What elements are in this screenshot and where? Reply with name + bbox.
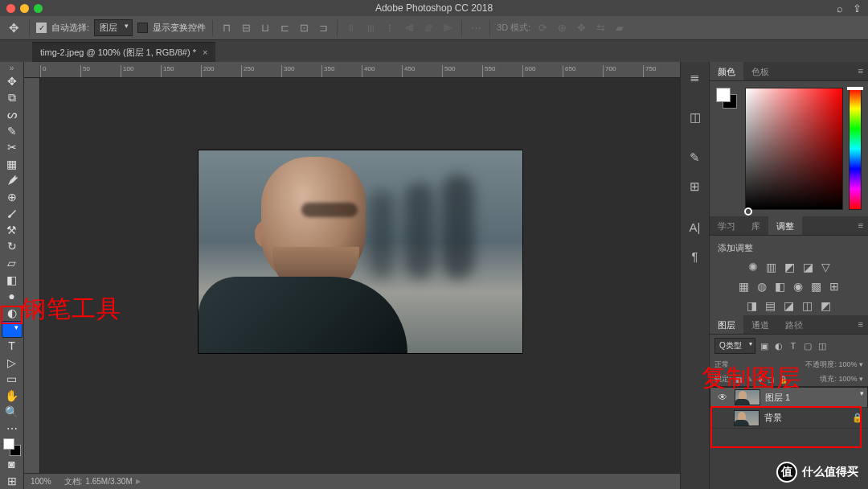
align-vcenter-icon[interactable]: ⊟: [239, 21, 253, 35]
posterize-icon[interactable]: ▤: [765, 299, 776, 312]
tab-learn[interactable]: 学习: [710, 216, 743, 235]
dodge-tool[interactable]: ◐: [2, 304, 23, 321]
curves-icon[interactable]: ◩: [784, 261, 795, 273]
hue-slider[interactable]: [849, 88, 862, 210]
blur-tool[interactable]: ●: [2, 288, 23, 305]
distribute-vcenter-icon[interactable]: ⫼: [363, 21, 378, 35]
layer-row[interactable]: 背景🔒: [710, 408, 868, 429]
channelmixer-icon[interactable]: ▩: [811, 280, 821, 293]
eraser-tool[interactable]: ▱: [2, 255, 23, 272]
properties-dock-icon[interactable]: ◫: [686, 109, 705, 126]
home-icon[interactable]: ✥: [5, 19, 23, 37]
path-select-tool[interactable]: ▷: [2, 355, 23, 372]
tab-channels[interactable]: 通道: [743, 315, 777, 334]
screen-mode-icon[interactable]: ⊞: [2, 472, 23, 489]
expand-tools-icon[interactable]: »: [10, 64, 14, 73]
layer-filter-select[interactable]: Q类型: [714, 338, 755, 354]
tab-swatches[interactable]: 色板: [743, 62, 777, 80]
clone-stamp-tool[interactable]: ⚒: [2, 222, 23, 239]
colorlookup-icon[interactable]: ⊞: [829, 280, 839, 293]
brushes-dock-icon[interactable]: ✎: [686, 149, 705, 166]
levels-icon[interactable]: ▥: [766, 261, 776, 273]
healing-brush-tool[interactable]: ⊕: [2, 189, 23, 206]
search-icon[interactable]: ⌕: [837, 2, 843, 14]
tab-adjustments[interactable]: 调整: [768, 216, 802, 235]
distribute-right-icon[interactable]: ⫸: [440, 21, 455, 35]
fill-value[interactable]: 100%: [838, 375, 857, 383]
lock-image-icon[interactable]: ✎: [747, 376, 753, 384]
shape-tool[interactable]: ▭: [2, 371, 23, 388]
pen-tool[interactable]: [2, 321, 23, 338]
invert-icon[interactable]: ◨: [747, 299, 757, 312]
quick-select-tool[interactable]: ✎: [2, 122, 23, 139]
pan-3d-icon[interactable]: ✥: [574, 21, 588, 35]
distribute-left-icon[interactable]: ⫷: [402, 21, 416, 35]
gradientmap-icon[interactable]: ◫: [802, 299, 813, 312]
filter-adjustlayer-icon[interactable]: ◐: [773, 341, 784, 351]
gradient-tool[interactable]: ◧: [2, 271, 23, 288]
frame-tool[interactable]: ▦: [2, 155, 23, 172]
align-top-icon[interactable]: ⊓: [219, 21, 234, 35]
show-transform-checkbox[interactable]: [137, 23, 148, 33]
status-menu-icon[interactable]: ▶: [136, 478, 141, 485]
align-bottom-icon[interactable]: ⊔: [258, 21, 272, 35]
character-dock-icon[interactable]: A|: [686, 218, 705, 236]
auto-select-checkbox[interactable]: ✓: [36, 23, 47, 33]
brush-tool[interactable]: [2, 205, 23, 222]
lasso-tool[interactable]: ᔕ: [2, 106, 23, 123]
opacity-value[interactable]: 100%: [838, 360, 857, 368]
close-tab-icon[interactable]: ×: [203, 47, 207, 57]
type-tool[interactable]: T: [2, 338, 23, 355]
filter-shapelayer-icon[interactable]: ▢: [802, 341, 813, 351]
adjust-panel-menu-icon[interactable]: ≡: [854, 216, 868, 235]
colorbalance-icon[interactable]: ◍: [757, 280, 767, 293]
distribute-hcenter-icon[interactable]: ⫻: [421, 21, 436, 35]
tab-library[interactable]: 库: [743, 216, 768, 235]
brightness-icon[interactable]: ✺: [748, 261, 758, 273]
hue-icon[interactable]: ▦: [739, 280, 749, 293]
edit-toolbar-icon[interactable]: ⋯: [2, 421, 23, 438]
eyedropper-tool[interactable]: [2, 172, 23, 189]
filter-pixellayer-icon[interactable]: ▣: [759, 341, 770, 351]
distribute-top-icon[interactable]: ⫴: [344, 21, 358, 35]
history-dock-icon[interactable]: ≣: [686, 68, 705, 86]
lock-all-icon[interactable]: 🔒: [779, 376, 788, 384]
quick-mask-icon[interactable]: ◙: [2, 456, 23, 473]
align-hcenter-icon[interactable]: ⊡: [297, 21, 311, 35]
filter-typelayer-icon[interactable]: T: [788, 341, 799, 351]
close-window-icon[interactable]: [6, 4, 15, 13]
color-field[interactable]: [745, 88, 843, 210]
history-brush-tool[interactable]: ↻: [2, 238, 23, 255]
zoom-3d-icon[interactable]: ▰: [612, 21, 627, 35]
roll-3d-icon[interactable]: ⊕: [555, 21, 569, 35]
layer-row[interactable]: 👁图层 1: [710, 387, 868, 408]
selective-icon[interactable]: ◩: [821, 299, 831, 312]
canvas[interactable]: [40, 78, 680, 473]
bw-icon[interactable]: ◧: [775, 280, 785, 293]
paragraph-dock-icon[interactable]: ¶: [686, 247, 705, 265]
exposure-icon[interactable]: ◪: [803, 261, 813, 273]
visibility-icon[interactable]: 👁: [715, 392, 730, 403]
threshold-icon[interactable]: ◪: [784, 299, 794, 312]
orbit-3d-icon[interactable]: ⟳: [535, 21, 550, 35]
slide-3d-icon[interactable]: ⇆: [593, 21, 608, 35]
fg-bg-swatch[interactable]: [3, 438, 21, 456]
tab-layers[interactable]: 图层: [710, 315, 743, 334]
move-tool[interactable]: ✥: [2, 73, 23, 90]
hand-tool[interactable]: ✋: [2, 388, 23, 405]
document-tab[interactable]: timg-2.jpeg @ 100% (图层 1, RGB/8#) * ×: [32, 42, 215, 62]
marquee-tool[interactable]: ⧉: [2, 89, 23, 106]
lock-artboard-icon[interactable]: ▢: [768, 376, 775, 384]
layer-type-select[interactable]: 图层: [94, 19, 133, 36]
brush-settings-dock-icon[interactable]: ⊞: [686, 178, 705, 195]
fg-bg-large[interactable]: [716, 88, 737, 109]
zoom-tool[interactable]: 🔍: [2, 404, 23, 421]
align-right-icon[interactable]: ⊐: [316, 21, 330, 35]
zoom-level[interactable]: 100%: [31, 477, 51, 486]
lock-transparent-icon[interactable]: ▦: [735, 376, 743, 384]
layers-panel-menu-icon[interactable]: ≡: [854, 315, 868, 334]
minimize-window-icon[interactable]: [20, 4, 29, 13]
share-icon[interactable]: ⇪: [853, 2, 862, 14]
photofilter-icon[interactable]: ◉: [793, 280, 803, 293]
tab-paths[interactable]: 路径: [777, 315, 811, 334]
